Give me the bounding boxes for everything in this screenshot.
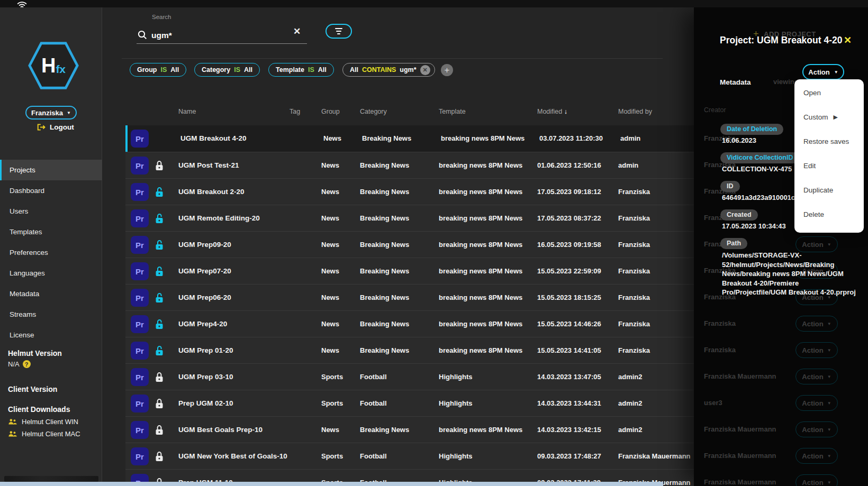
filter-chip-template[interactable]: TemplateISAll <box>268 63 334 77</box>
project-modified: 14.03.2023 13:42:15 <box>537 426 601 434</box>
menu-item-edit[interactable]: Edit <box>794 153 864 178</box>
path-line: News/breaking news 8PM News/UGM <box>722 269 868 279</box>
sidebar-item-dashboard[interactable]: Dashboard <box>0 180 102 201</box>
table-row[interactable]: PrPrep UGM 02-10SportsFootballHighlights… <box>125 390 718 416</box>
sidebar-item-templates[interactable]: Templates <box>0 222 102 242</box>
chevron-down-icon: ▼ <box>827 348 831 353</box>
project-group: News <box>321 346 339 354</box>
project-group: News <box>321 161 339 169</box>
sidebar-item-license[interactable]: License <box>0 325 102 345</box>
action-dropdown-button[interactable]: Action ▼ <box>802 64 844 80</box>
creator-name-dimmed: Franziska <box>704 319 736 327</box>
row-action-button-dimmed[interactable]: Action▼ <box>795 369 838 384</box>
metadata-field-value: 16.06.2023 <box>722 136 756 144</box>
user-menu-button[interactable]: Franziska ▼ <box>25 106 77 120</box>
project-category: Breaking News <box>360 188 409 196</box>
table-row[interactable]: PrUGM Prep06-20NewsBreaking Newsbreaking… <box>125 284 718 310</box>
table-row[interactable]: PrUGM Breakout 4-20NewsBreaking Newsbrea… <box>125 125 718 152</box>
menu-item-custom[interactable]: Custom▶ <box>794 105 864 129</box>
sort-arrow-down-icon: ↓ <box>564 108 567 115</box>
question-icon[interactable]: ? <box>23 360 31 368</box>
row-action-button-dimmed[interactable]: Action▼ <box>795 448 838 464</box>
project-template: breaking news 8PM News <box>439 346 522 354</box>
menu-item-restore-saves[interactable]: Restore saves <box>794 129 864 153</box>
menu-item-open[interactable]: Open <box>794 80 864 105</box>
table-row[interactable]: PrUGM Best Goals Prep-10NewsBreaking New… <box>125 416 718 443</box>
table-row[interactable]: PrUGM Post Test-21NewsBreaking Newsbreak… <box>125 152 718 178</box>
add-filter-button[interactable]: + <box>441 64 453 76</box>
table-row[interactable]: PrUGM Prep 01-20NewsBreaking Newsbreakin… <box>125 337 718 363</box>
sidebar-item-metadata[interactable]: Metadata <box>0 283 102 304</box>
metadata-field-label: Created <box>720 209 758 221</box>
row-action-label: Action <box>802 452 823 460</box>
filter-chip-all[interactable]: AllCONTAINSugm*✕ <box>342 63 435 77</box>
column-header-name[interactable]: Name <box>178 108 196 115</box>
column-header-modified-by[interactable]: Modified by <box>618 108 652 115</box>
sidebar-item-streams[interactable]: Streams <box>0 304 102 325</box>
row-action-button-dimmed[interactable]: Action▼ <box>795 236 838 252</box>
download-link[interactable]: Helmut Client WIN <box>8 418 80 426</box>
partner-logo <box>4 476 98 482</box>
metadata-field-label: ID <box>720 181 740 192</box>
column-header-modified[interactable]: Modified ↓ <box>537 108 567 115</box>
row-action-label: Action <box>802 320 823 328</box>
project-template: breaking news 8PM News <box>439 214 522 222</box>
table-row[interactable]: PrUGM Prep4-20NewsBreaking Newsbreaking … <box>125 310 718 337</box>
table-row[interactable]: PrUGM Prep07-20NewsBreaking Newsbreaking… <box>125 258 718 284</box>
project-template: breaking news 8PM News <box>439 241 522 249</box>
column-header-category[interactable]: Category <box>360 108 387 115</box>
lock-open-icon <box>155 213 164 226</box>
table-row[interactable]: PrUGM Remote Editing-20NewsBreaking News… <box>125 205 718 231</box>
close-icon[interactable]: ✕ <box>844 34 852 46</box>
table-row[interactable]: PrUGM New York Best of Goals-10SportsFoo… <box>125 443 718 469</box>
project-category: Breaking News <box>360 426 409 434</box>
metadata-field-label: Path <box>720 238 747 249</box>
project-category: Breaking News <box>360 214 409 222</box>
project-name: UGM New York Best of Goals-10 <box>178 452 287 460</box>
menu-item-duplicate[interactable]: Duplicate <box>794 178 864 202</box>
project-modified: 15.05.2023 18:15:25 <box>537 294 601 301</box>
sidebar-item-projects[interactable]: Projects <box>0 160 102 180</box>
metadata-field: ID <box>720 181 740 192</box>
sidebar-item-preferences[interactable]: Preferences <box>0 242 102 263</box>
project-modified-by: Franziska <box>618 320 650 328</box>
filter-chip-category[interactable]: CategoryISAll <box>194 63 260 77</box>
project-name: UGM Prep06-20 <box>178 294 231 301</box>
row-action-button-dimmed[interactable]: Action▼ <box>795 342 838 358</box>
column-header-tag[interactable]: Tag <box>290 108 300 115</box>
column-header-template[interactable]: Template <box>439 108 466 115</box>
table-row[interactable]: PrUGM Prep 03-10SportsFootballHighlights… <box>125 363 718 390</box>
row-action-button-dimmed[interactable]: Action▼ <box>795 474 838 486</box>
row-action-button-dimmed[interactable]: Action▼ <box>795 421 838 437</box>
clear-search-icon[interactable]: ✕ <box>293 26 301 37</box>
filter-chip-group[interactable]: GroupISAll <box>130 63 186 77</box>
search-underline <box>137 43 307 44</box>
path-line: /Volumes/STORAGE-VX- <box>722 251 868 260</box>
column-header-group[interactable]: Group <box>321 108 340 115</box>
sort-lines-icon <box>335 28 342 29</box>
download-link[interactable]: Helmut Client MAC <box>8 430 80 438</box>
sidebar-item-languages[interactable]: Languages <box>0 263 102 283</box>
helmut-logo: H fx <box>28 39 79 92</box>
project-group: News <box>321 241 339 249</box>
lock-open-icon <box>155 213 164 224</box>
table-row[interactable]: PrUGM Breakout 2-20NewsBreaking Newsbrea… <box>125 178 718 205</box>
project-group: News <box>321 294 339 301</box>
premiere-pro-icon: Pr <box>131 289 149 307</box>
row-action-button-dimmed[interactable]: Action▼ <box>795 395 838 411</box>
metadata-field-path: Path <box>720 238 747 249</box>
logout-button[interactable]: Logout <box>37 123 74 131</box>
table-row[interactable]: PrUGM Prep09-20NewsBreaking Newsbreaking… <box>125 231 718 258</box>
project-modified-by: Franziska <box>618 267 650 275</box>
premiere-pro-icon: Pr <box>131 395 149 412</box>
project-category: Breaking News <box>360 161 409 169</box>
menu-item-delete[interactable]: Delete <box>794 202 864 226</box>
project-category: Breaking News <box>360 267 409 275</box>
sidebar-item-users[interactable]: Users <box>0 201 102 222</box>
row-action-button-dimmed[interactable]: Action▼ <box>795 316 838 332</box>
sort-filter-button[interactable] <box>326 24 352 39</box>
creator-name-dimmed: Franziska Mauermann <box>704 452 776 460</box>
search-input[interactable]: ugm* <box>151 31 172 40</box>
lock-open-icon <box>155 345 164 358</box>
remove-chip-icon[interactable]: ✕ <box>420 65 430 75</box>
